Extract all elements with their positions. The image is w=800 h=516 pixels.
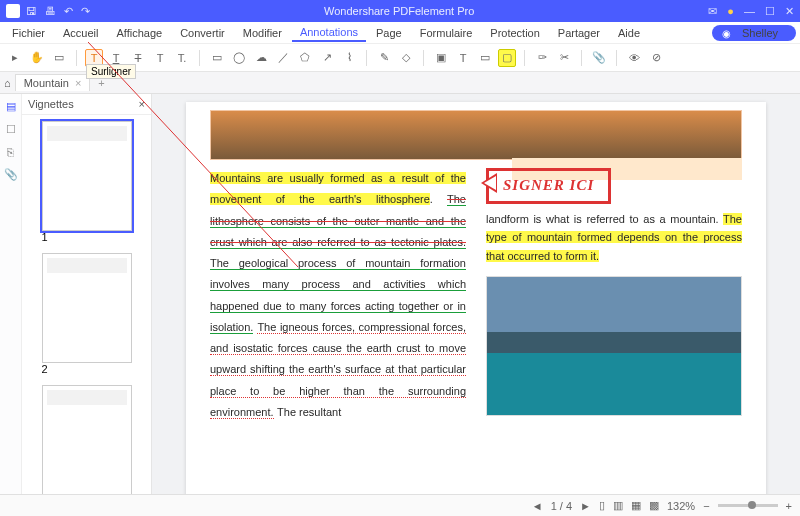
page-thumbnail[interactable] (42, 253, 132, 363)
squiggly-text: The igneous forces, compressional forces… (210, 321, 466, 419)
attachments-icon[interactable]: 📎 (4, 168, 18, 181)
close-button[interactable]: ✕ (785, 5, 794, 18)
highlighted-text: Mountains are usually formed as a result… (210, 172, 466, 205)
redo-icon[interactable]: ↷ (81, 5, 90, 18)
text-column-right: SIGNER ICI landform is what is referred … (486, 168, 742, 423)
notify-icon[interactable]: ● (727, 5, 734, 18)
sign-here-stamp: SIGNER ICI (486, 168, 611, 204)
polygon-shape-icon[interactable]: ⬠ (296, 49, 314, 67)
hero-image (210, 110, 742, 160)
text-column-left: Mountains are usually formed as a result… (210, 168, 466, 423)
connected-line-icon[interactable]: ⌇ (340, 49, 358, 67)
window-title: Wondershare PDFelement Pro (90, 5, 708, 17)
bookmarks-icon[interactable]: ☐ (6, 123, 16, 136)
area-highlight-icon[interactable]: ▢ (498, 49, 516, 67)
line-shape-icon[interactable]: ／ (274, 49, 292, 67)
statusbar: ◄ 1 / 4 ► ▯ ▥ ▦ ▩ 132% − + (0, 494, 800, 516)
arrow-shape-icon[interactable]: ↗ (318, 49, 336, 67)
menu-modifier[interactable]: Modifier (235, 25, 290, 41)
textbox-tool-icon[interactable]: ▣ (432, 49, 450, 67)
caret-tool-icon[interactable]: T. (173, 49, 191, 67)
undo-icon[interactable]: ↶ (64, 5, 73, 18)
user-button[interactable]: ◉ Shelley (712, 25, 796, 41)
view-continuous-icon[interactable]: ▥ (613, 499, 623, 512)
hand-tool-icon[interactable]: ✋ (28, 49, 46, 67)
menu-fichier[interactable]: Fichier (4, 25, 53, 41)
menu-annotations[interactable]: Annotations (292, 24, 366, 42)
zoom-slider[interactable] (718, 504, 778, 507)
oval-shape-icon[interactable]: ◯ (230, 49, 248, 67)
select-tool-icon[interactable]: ▸ (6, 49, 24, 67)
attachment-tool-icon[interactable]: 📎 (590, 49, 608, 67)
view-facing-icon[interactable]: ▦ (631, 499, 641, 512)
squiggly-tool-icon[interactable]: T (151, 49, 169, 67)
page-thumbnail[interactable] (42, 121, 132, 231)
panel-title: Vignettes (28, 98, 74, 110)
menu-page[interactable]: Page (368, 25, 410, 41)
left-icon-strip: ▤ ☐ ⎘ 📎 (0, 94, 22, 494)
document-tab[interactable]: Mountain × (15, 74, 91, 91)
zoom-in-icon[interactable]: + (786, 500, 792, 512)
hide-comments-icon[interactable]: ⊘ (647, 49, 665, 67)
thumbnails-icon[interactable]: ▤ (6, 100, 16, 113)
menubar: Fichier Accueil Affichage Convertir Modi… (0, 22, 800, 44)
cloud-shape-icon[interactable]: ☁ (252, 49, 270, 67)
tool-tooltip: Surligner (86, 64, 136, 79)
menu-partager[interactable]: Partager (550, 25, 608, 41)
typewriter-tool-icon[interactable]: T (454, 49, 472, 67)
show-comments-icon[interactable]: 👁 (625, 49, 643, 67)
titlebar: 🖫 🖶 ↶ ↷ Wondershare PDFelement Pro ✉ ● —… (0, 0, 800, 22)
pdf-page: Mountains are usually formed as a result… (186, 102, 766, 494)
stamp-tool-icon[interactable]: ✑ (533, 49, 551, 67)
rect-shape-icon[interactable]: ▭ (208, 49, 226, 67)
app-logo (6, 4, 20, 18)
menu-convertir[interactable]: Convertir (172, 25, 233, 41)
zoom-level: 132% (667, 500, 695, 512)
zoom-out-icon[interactable]: − (703, 500, 709, 512)
page-thumbnail[interactable] (42, 385, 132, 494)
menu-formulaire[interactable]: Formulaire (412, 25, 481, 41)
home-tab-icon[interactable]: ⌂ (4, 77, 11, 89)
panel-close-icon[interactable]: × (139, 98, 145, 110)
next-page-icon[interactable]: ► (580, 500, 591, 512)
mail-icon[interactable]: ✉ (708, 5, 717, 18)
menu-aide[interactable]: Aide (610, 25, 648, 41)
thumbnails-panel: Vignettes × 1 2 3 (22, 94, 152, 494)
eraser-tool-icon[interactable]: ◇ (397, 49, 415, 67)
save-icon[interactable]: 🖫 (26, 5, 37, 18)
annotation-toolbar: ▸ ✋ ▭ T T T T T. ▭ ◯ ☁ ／ ⬠ ↗ ⌇ ✎ ◇ ▣ T ▭… (0, 44, 800, 72)
mountain-photo (486, 276, 742, 416)
page-indicator: 1 / 4 (551, 500, 572, 512)
maximize-button[interactable]: ☐ (765, 5, 775, 18)
callout-tool-icon[interactable]: ▭ (476, 49, 494, 67)
close-tab-icon[interactable]: × (75, 77, 81, 89)
pencil-tool-icon[interactable]: ✎ (375, 49, 393, 67)
menu-affichage[interactable]: Affichage (108, 25, 170, 41)
menu-accueil[interactable]: Accueil (55, 25, 106, 41)
view-single-icon[interactable]: ▯ (599, 499, 605, 512)
document-canvas[interactable]: Mountains are usually formed as a result… (152, 94, 800, 494)
prev-page-icon[interactable]: ◄ (532, 500, 543, 512)
print-icon[interactable]: 🖶 (45, 5, 56, 18)
minimize-button[interactable]: — (744, 5, 755, 18)
signature-tool-icon[interactable]: ✂ (555, 49, 573, 67)
note-tool-icon[interactable]: ▭ (50, 49, 68, 67)
comments-icon[interactable]: ⎘ (7, 146, 14, 158)
menu-protection[interactable]: Protection (482, 25, 548, 41)
view-grid-icon[interactable]: ▩ (649, 499, 659, 512)
